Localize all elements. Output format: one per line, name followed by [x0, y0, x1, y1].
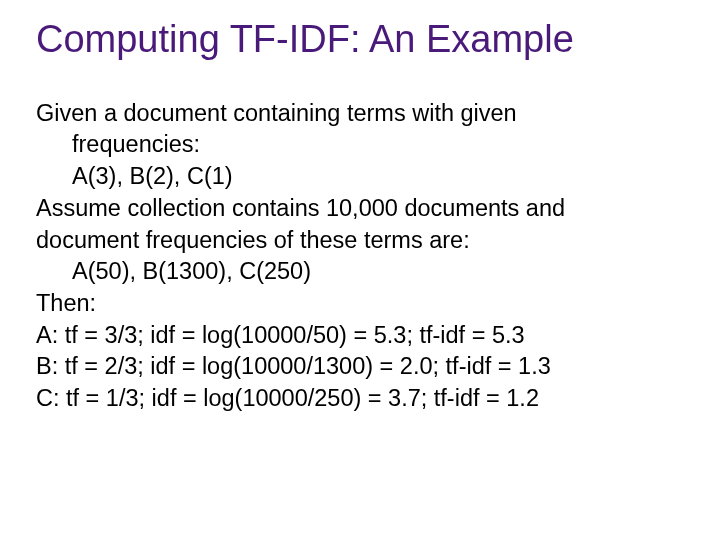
text-line: A: tf = 3/3; idf = log(10000/50) = 5.3; …: [36, 320, 684, 352]
slide: Computing TF-IDF: An Example Given a doc…: [0, 0, 720, 540]
text-line: document frequencies of these terms are:: [36, 225, 684, 257]
text-line: Assume collection contains 10,000 docume…: [36, 193, 684, 225]
text-line: Given a document containing terms with g…: [36, 98, 684, 130]
text-line: A(50), B(1300), C(250): [36, 256, 684, 288]
slide-title: Computing TF-IDF: An Example: [36, 18, 684, 62]
text-line: frequencies:: [36, 129, 684, 161]
text-line: B: tf = 2/3; idf = log(10000/1300) = 2.0…: [36, 351, 684, 383]
slide-body: Given a document containing terms with g…: [36, 98, 684, 415]
text-line: Then:: [36, 288, 684, 320]
text-line: C: tf = 1/3; idf = log(10000/250) = 3.7;…: [36, 383, 684, 415]
text-line: A(3), B(2), C(1): [36, 161, 684, 193]
